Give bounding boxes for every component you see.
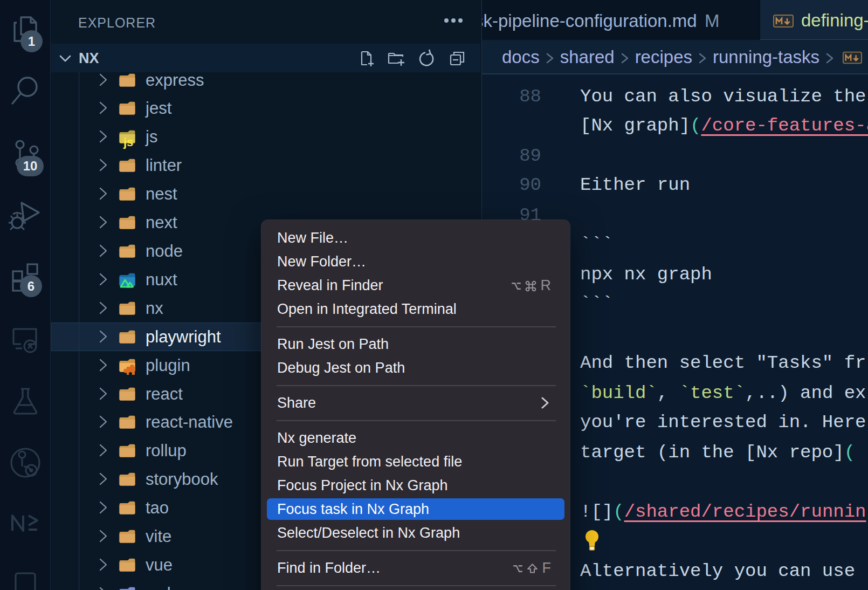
svg-text:js: js [123,135,133,149]
